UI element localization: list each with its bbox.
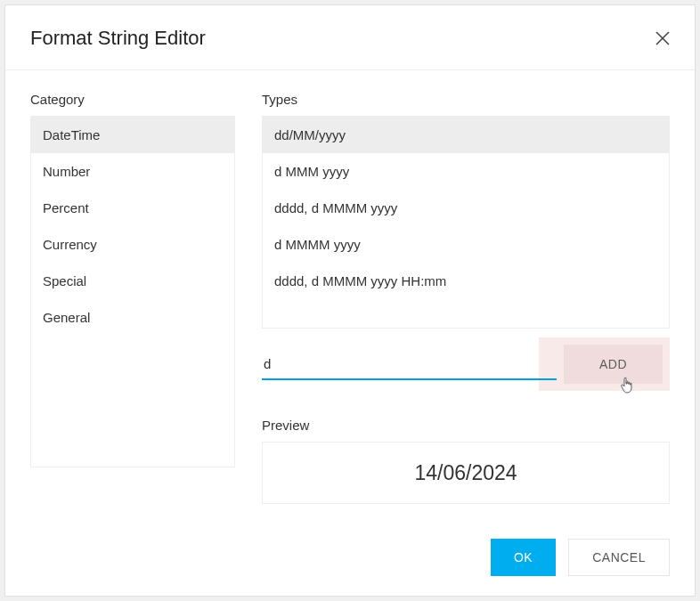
category-item-currency[interactable]: Currency	[31, 226, 234, 263]
type-item[interactable]: d MMMM yyyy	[263, 226, 669, 263]
hand-cursor-icon	[620, 377, 634, 394]
add-row: ADD	[262, 337, 670, 391]
dialog-footer: OK CANCEL	[5, 519, 695, 596]
preview-box: 14/06/2024	[262, 442, 670, 504]
category-item-datetime[interactable]: DateTime	[31, 117, 234, 153]
category-column: Category DateTime Number Percent Currenc…	[30, 92, 235, 510]
category-item-percent[interactable]: Percent	[31, 190, 234, 226]
types-label: Types	[262, 92, 670, 107]
dialog-header: Format String Editor	[5, 5, 695, 70]
format-string-editor-dialog: Format String Editor Category DateTime N…	[4, 4, 696, 597]
types-list[interactable]: dd/MM/yyyy d MMM yyyy dddd, d MMMM yyyy …	[262, 116, 670, 329]
preview-value: 14/06/2024	[414, 461, 517, 485]
type-item[interactable]: dddd, d MMMM yyyy	[263, 190, 669, 226]
category-label: Category	[30, 92, 235, 107]
type-item[interactable]: dddd, d MMMM yyyy HH:mm	[263, 263, 669, 299]
add-button-label: ADD	[599, 357, 627, 371]
preview-label: Preview	[262, 418, 670, 433]
close-icon[interactable]	[655, 31, 670, 45]
dialog-title: Format String Editor	[30, 27, 206, 50]
ok-button[interactable]: OK	[491, 539, 556, 576]
dialog-body: Category DateTime Number Percent Currenc…	[5, 70, 695, 519]
types-column: Types dd/MM/yyyy d MMM yyyy dddd, d MMMM…	[262, 92, 670, 510]
type-item[interactable]: dd/MM/yyyy	[263, 117, 669, 153]
category-list: DateTime Number Percent Currency Special…	[30, 116, 235, 467]
category-item-general[interactable]: General	[31, 299, 234, 336]
format-input[interactable]	[262, 349, 557, 380]
type-item[interactable]: d MMM yyyy	[263, 153, 669, 190]
category-item-number[interactable]: Number	[31, 153, 234, 190]
add-button[interactable]: ADD	[564, 345, 663, 384]
category-item-special[interactable]: Special	[31, 263, 234, 299]
cancel-button[interactable]: CANCEL	[568, 539, 670, 576]
